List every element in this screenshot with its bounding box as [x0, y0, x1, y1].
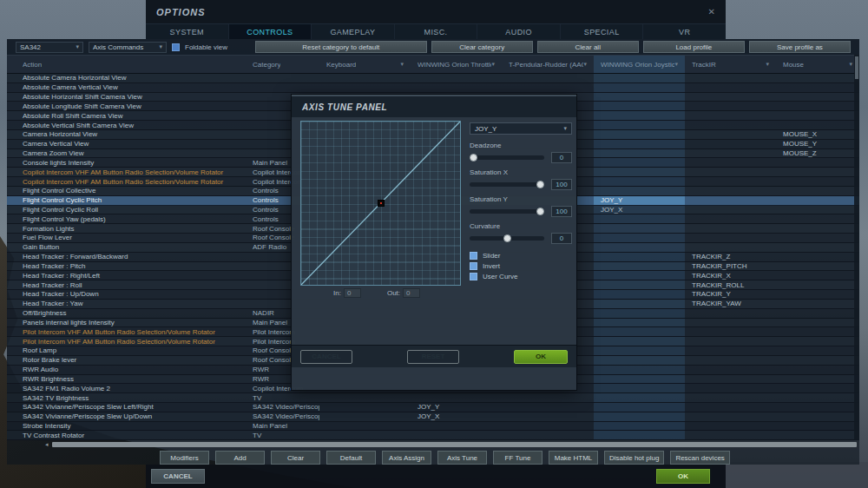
- tab-audio[interactable]: AUDIO: [477, 24, 561, 39]
- cell: [319, 431, 411, 439]
- scroll-left-arrow-icon[interactable]: ◂: [45, 442, 49, 447]
- slider-track[interactable]: [470, 236, 544, 241]
- curvature-value-input[interactable]: 0: [551, 233, 572, 244]
- table-row[interactable]: SA342 TV BrightnessTV: [7, 393, 859, 403]
- out-input[interactable]: 0: [403, 288, 420, 298]
- chevron-down-icon: ▾: [674, 61, 678, 68]
- curve-marker[interactable]: [378, 200, 385, 207]
- cell: [776, 393, 859, 402]
- cell: [776, 356, 859, 365]
- cell: Absolute Horizontal Shift Camera View: [7, 93, 246, 102]
- slider-thumb[interactable]: [536, 208, 544, 215]
- tab-controls[interactable]: CONTROLS: [229, 24, 312, 39]
- axis-assign-button[interactable]: Axis Assign: [382, 451, 431, 465]
- slider-track[interactable]: [470, 182, 544, 187]
- chevron-down-icon: ▾: [76, 43, 79, 50]
- slider-checkbox[interactable]: [470, 252, 477, 260]
- vertical-scrollbar[interactable]: [854, 55, 859, 440]
- column-header-label: T-Pendular-Rudder (AAC78...: [509, 61, 583, 69]
- horizontal-scrollbar-thumb[interactable]: [52, 442, 857, 447]
- clear-all-button[interactable]: Clear all: [537, 41, 639, 53]
- column-header-trackir[interactable]: TrackIR▾: [685, 56, 776, 73]
- invert-checkbox[interactable]: [470, 262, 477, 270]
- tab-misc[interactable]: MISC.: [395, 24, 478, 39]
- close-icon[interactable]: ✕: [708, 7, 715, 16]
- vertical-scrollbar-thumb[interactable]: [855, 56, 858, 79]
- cell: [594, 74, 685, 82]
- slider-thumb[interactable]: [536, 181, 544, 188]
- cell: [776, 93, 859, 102]
- column-header-t-pendular-rudder-aac78[interactable]: T-Pendular-Rudder (AAC78...▾: [502, 56, 594, 73]
- cancel-button[interactable]: CANCEL: [151, 469, 205, 484]
- cell: [776, 403, 859, 412]
- slider-track[interactable]: [470, 155, 544, 160]
- axis-tune-button[interactable]: Axis Tune: [437, 451, 487, 465]
- dialog-ok-button[interactable]: OK: [514, 350, 568, 364]
- make-html-button[interactable]: Make HTML: [549, 451, 598, 465]
- tab-bar: SYSTEMCONTROLSGAMEPLAYMISC.AUDIOSPECIALV…: [146, 23, 726, 39]
- save-profile-as-button[interactable]: Save profile as: [749, 41, 851, 53]
- tab-system[interactable]: SYSTEM: [146, 24, 229, 39]
- modifiers-button[interactable]: Modifiers: [160, 451, 209, 465]
- cell: [594, 253, 685, 261]
- saturation-y-value-input[interactable]: 100: [551, 206, 572, 217]
- cell: [776, 346, 859, 355]
- deadzone-value-input[interactable]: 0: [551, 152, 572, 163]
- cell: [594, 121, 685, 129]
- load-profile-button[interactable]: Load profile: [643, 41, 745, 53]
- tab-gameplay[interactable]: GAMEPLAY: [312, 24, 395, 39]
- cell: [776, 366, 859, 374]
- clear-category-button[interactable]: Clear category: [431, 41, 533, 53]
- table-row[interactable]: Strobe IntensityMain Panel: [7, 422, 859, 432]
- cell: [502, 422, 594, 431]
- cell: [594, 271, 685, 280]
- dialog-reset-button[interactable]: RESET: [407, 350, 459, 364]
- slider-thumb[interactable]: [503, 234, 511, 242]
- table-row[interactable]: TV Contrast RotatorTV: [7, 431, 859, 440]
- user-curve-checkbox[interactable]: [470, 273, 477, 280]
- table-row[interactable]: Absolute Camera Vertical View: [7, 83, 859, 93]
- axis-select[interactable]: JOY_Y ▾: [470, 122, 572, 135]
- table-row[interactable]: Absolute Camera Horizontal View: [7, 74, 859, 83]
- cell: RWR Audio: [7, 366, 246, 374]
- cell: [776, 431, 859, 439]
- cell: [776, 234, 859, 242]
- axis-response-curve-chart[interactable]: [300, 121, 461, 286]
- foldable-view-checkbox[interactable]: [172, 43, 180, 51]
- add-button[interactable]: Add: [215, 451, 265, 465]
- column-header-mouse[interactable]: Mouse▾: [776, 56, 859, 73]
- ff-tune-button[interactable]: FF Tune: [493, 451, 542, 465]
- tab-special[interactable]: SPECIAL: [561, 24, 644, 39]
- cell: Flight Control Yaw (pedals): [7, 214, 246, 223]
- rescan-devices-button[interactable]: Rescan devices: [670, 451, 729, 465]
- clear-button[interactable]: Clear: [271, 451, 320, 465]
- command-category-select[interactable]: Axis Commands ▾: [89, 42, 167, 53]
- cell: [411, 83, 502, 92]
- cell: Head Tracker : Yaw: [7, 300, 246, 308]
- disable-hot-plug-button[interactable]: Disable hot plug: [604, 451, 664, 465]
- table-row[interactable]: SA342 Vivianne/Periscope Slew Left/Right…: [7, 403, 859, 412]
- tab-vr[interactable]: VR: [643, 24, 726, 39]
- cell: SA342 Video/Periscope Co: [246, 403, 319, 412]
- cell: [594, 280, 685, 289]
- ok-button[interactable]: OK: [656, 469, 710, 484]
- column-header-winwing-orion-joystick-b[interactable]: WINWING Orion Joystick B...▾: [594, 56, 685, 73]
- dialog-cancel-button[interactable]: CANCEL: [300, 350, 352, 364]
- horizontal-scrollbar[interactable]: ◂: [7, 441, 859, 448]
- slider-track[interactable]: [470, 209, 544, 214]
- slider-thumb[interactable]: [470, 154, 477, 162]
- saturation-x-value-input[interactable]: 100: [551, 179, 572, 190]
- cell: TV Contrast Rotator: [7, 431, 246, 439]
- table-row[interactable]: SA342 Vivianne/Periscope Slew Up/DownSA3…: [7, 412, 859, 422]
- cell: TRACKIR_ROLL: [685, 280, 776, 289]
- chevron-down-icon: ▾: [583, 61, 587, 68]
- cell: [411, 74, 502, 82]
- column-header-winwing-orion-throttle-b[interactable]: WINWING Orion Throttle B...▾: [411, 56, 502, 73]
- reset-category-to-default-button[interactable]: Reset category to default: [255, 41, 427, 53]
- cell: Head Tracker : Forward/Backward: [7, 253, 246, 261]
- column-header-label: Category: [253, 61, 280, 69]
- aircraft-select[interactable]: SA342 ▾: [16, 42, 83, 53]
- column-header-keyboard[interactable]: Keyboard▾: [319, 56, 411, 73]
- default-button[interactable]: Default: [326, 451, 376, 465]
- in-input[interactable]: 0: [344, 288, 361, 298]
